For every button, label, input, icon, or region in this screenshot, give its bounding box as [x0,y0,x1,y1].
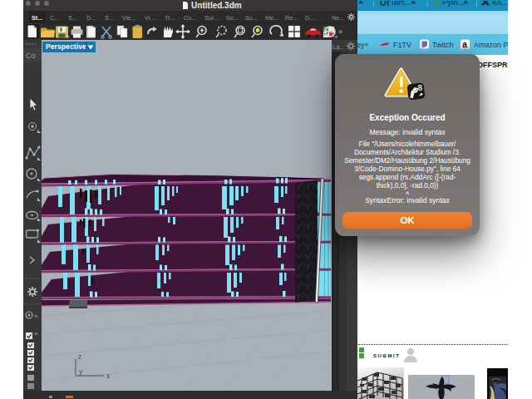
svg-text:y: y [79,367,83,376]
svg-text:Twitch: Twitch [432,41,454,49]
svg-text:×: × [358,1,363,7]
svg-text:F1TV: F1TV [393,41,411,49]
svg-text:Iam...: Iam... [392,1,411,7]
svg-text:×: × [411,1,416,7]
svg-text:z: z [78,352,81,361]
svg-text:ey+: ey+ [357,41,369,49]
svg-text:a: a [462,40,467,49]
svg-text:»: » [34,330,38,337]
svg-text:Uf: Uf [380,1,390,7]
svg-text:Kn...: Kn... [492,1,508,7]
svg-text:»: » [338,27,342,36]
svg-text:»: » [34,313,38,320]
svg-text:x: x [106,372,111,380]
svg-text:Pyth...: Pyth... [442,1,465,7]
svg-text:Co: Co [26,52,36,60]
svg-text:La...: La... [332,43,345,51]
svg-text:Amazon Pr: Amazon Pr [474,41,508,49]
